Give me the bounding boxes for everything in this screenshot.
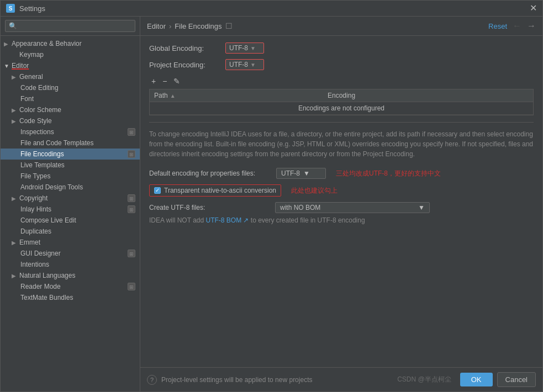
titlebar-title: Settings (19, 4, 45, 13)
sidebar-item-duplicates[interactable]: Duplicates (1, 226, 140, 237)
annotation-checkbox: 此处也建议勾上 (291, 186, 338, 195)
default-encoding-value: UTF-8 (281, 169, 300, 177)
ok-button[interactable]: OK (460, 373, 493, 386)
panel-header: Editor › File Encodings ☐ Reset ← → (140, 17, 542, 36)
create-utf8-row: Create UTF-8 files: with NO BOM ▼ (149, 202, 534, 213)
settings-dialog: S Settings ✕ ▶ Appearance & Behavior Key… (0, 0, 543, 392)
titlebar: S Settings ✕ (1, 1, 542, 17)
encoding-column-header[interactable]: Encoding (323, 89, 533, 102)
create-utf8-select[interactable]: with NO BOM ▼ (275, 202, 430, 213)
remove-encoding-button[interactable]: − (160, 76, 169, 87)
sidebar-item-natural-languages[interactable]: ▶ Natural Languages (1, 270, 140, 281)
create-utf8-value: with NO BOM (280, 204, 320, 211)
sidebar-item-font[interactable]: Font (1, 93, 140, 104)
sidebar-item-color-scheme[interactable]: ▶ Color Scheme (1, 104, 140, 115)
sidebar-item-android-design-tools[interactable]: Android Design Tools (1, 182, 140, 193)
project-encoding-label: Project Encoding: (149, 61, 221, 69)
properties-section: Default encoding for properties files: U… (149, 168, 534, 224)
table-empty-message: Encodings are not configured (150, 102, 533, 115)
sidebar-item-inlay-hints[interactable]: Inlay Hints ⊞ (1, 204, 140, 215)
encodings-table: Path ▲ Encoding Encodings are not config… (150, 89, 533, 115)
sidebar-item-reader-mode[interactable]: Reader Mode ⊞ (1, 281, 140, 292)
sidebar-item-live-templates[interactable]: Live Templates (1, 160, 140, 171)
footer-note: Project-level settings will be applied t… (161, 376, 312, 384)
badge-icon: ⊞ (128, 250, 135, 257)
help-button[interactable]: ? (147, 375, 157, 385)
transparent-conversion-checkbox-container[interactable]: ✓ Transparent native-to-ascii conversion (149, 184, 281, 197)
sidebar-item-keymap[interactable]: Keymap (1, 49, 140, 60)
sidebar-item-copyright[interactable]: ▶ Copyright ⊞ (1, 193, 140, 204)
sort-asc-icon: ▲ (170, 93, 176, 99)
sidebar-item-file-code-templates[interactable]: File and Code Templates (1, 137, 140, 149)
project-encoding-row: Project Encoding: UTF-8 ▼ (149, 59, 534, 70)
breadcrumb-current: File Encodings (175, 22, 222, 30)
search-input[interactable] (5, 20, 135, 32)
sidebar-item-label: TextMate Bundles (20, 294, 73, 301)
reset-button[interactable]: Reset (488, 22, 507, 30)
sidebar-item-label: Inlay Hints (20, 205, 51, 213)
close-button[interactable]: ✕ (530, 4, 537, 13)
sidebar-item-appearance[interactable]: ▶ Appearance & Behavior (1, 38, 140, 49)
panel-actions: Reset ← → (488, 21, 536, 31)
sidebar-item-code-style[interactable]: ▶ Code Style (1, 115, 140, 126)
sidebar-item-label: Keymap (19, 51, 44, 59)
sidebar-item-gui-designer[interactable]: GUI Designer ⊞ (1, 248, 140, 259)
sidebar-item-code-editing[interactable]: Code Editing (1, 82, 140, 93)
nav-back-button[interactable]: ← (513, 21, 521, 31)
checkbox-label: Transparent native-to-ascii conversion (164, 187, 276, 194)
badge-icon: ⊞ (128, 128, 135, 136)
breadcrumb: Editor › File Encodings ☐ (147, 22, 233, 30)
dropdown-arrow-icon: ▼ (250, 45, 256, 51)
cancel-button[interactable]: Cancel (497, 372, 536, 387)
badge-icon: ⊞ (128, 205, 135, 213)
nav-forward-button[interactable]: → (527, 21, 536, 31)
app-icon: S (6, 4, 15, 13)
sidebar-item-label: Duplicates (20, 227, 51, 235)
sidebar-item-label: Color Scheme (19, 106, 61, 114)
global-encoding-label: Global Encoding: (149, 44, 221, 52)
sidebar-item-label: Code Style (19, 117, 52, 125)
bookmark-icon[interactable]: ☐ (225, 22, 233, 30)
sidebar-tree: ▶ Appearance & Behavior Keymap ▼ Editor … (1, 36, 140, 391)
sidebar-item-label: Editor (12, 62, 29, 70)
sidebar-item-label: General (19, 73, 43, 81)
global-encoding-select[interactable]: UTF-8 ▼ (225, 43, 264, 54)
path-column-header[interactable]: Path ▲ (150, 89, 323, 102)
default-encoding-select[interactable]: UTF-8 ▼ (276, 168, 326, 179)
sidebar-item-emmet[interactable]: ▶ Emmet (1, 237, 140, 248)
sidebar-item-file-types[interactable]: File Types (1, 171, 140, 182)
badge-icon: ⊞ (128, 194, 135, 202)
sidebar-item-label: Font (20, 95, 34, 103)
chevron-right-icon: ▶ (12, 195, 17, 202)
sidebar-item-label: File and Code Templates (20, 139, 94, 147)
sidebar-item-file-encodings[interactable]: File Encodings ⊞ (1, 149, 140, 160)
sidebar-item-label: File Encodings (20, 150, 64, 158)
external-link-icon[interactable]: ↗ (241, 216, 249, 224)
footer-buttons: OK Cancel (460, 372, 536, 387)
sidebar-item-general[interactable]: ▶ General (1, 71, 140, 82)
idea-note: IDEA will NOT add UTF-8 BOM ↗ to every c… (149, 216, 534, 224)
sidebar-item-editor[interactable]: ▼ Editor (1, 60, 140, 71)
edit-encoding-button[interactable]: ✎ (171, 76, 182, 87)
encodings-table-wrapper: Path ▲ Encoding Encodings are not config… (149, 89, 534, 115)
table-empty-row: Encodings are not configured (150, 102, 533, 115)
breadcrumb-parent[interactable]: Editor (147, 22, 166, 30)
sidebar-item-textmate-bundles[interactable]: TextMate Bundles (1, 292, 140, 303)
search-box (1, 17, 140, 36)
project-encoding-select[interactable]: UTF-8 ▼ (225, 59, 264, 70)
chevron-right-icon: ▶ (12, 107, 17, 113)
chevron-right-icon: ▶ (4, 41, 9, 47)
sidebar-item-inspections[interactable]: Inspections ⊞ (1, 126, 140, 137)
global-encoding-row: Global Encoding: UTF-8 ▼ (149, 43, 534, 54)
sidebar-item-intentions[interactable]: Intentions (1, 259, 140, 270)
add-encoding-button[interactable]: + (149, 76, 158, 87)
chevron-right-icon: ▶ (12, 74, 17, 80)
default-encoding-row: Default encoding for properties files: U… (149, 168, 534, 179)
sidebar-item-label: Compose Live Edit (20, 216, 76, 224)
sidebar-item-label: GUI Designer (20, 250, 61, 257)
sidebar-item-label: File Types (20, 172, 50, 180)
badge-icon: ⊞ (128, 150, 135, 158)
chevron-down-icon: ▼ (4, 63, 9, 69)
sidebar-item-compose-live-edit[interactable]: Compose Live Edit (1, 215, 140, 226)
sidebar-item-label: Android Design Tools (20, 183, 83, 191)
